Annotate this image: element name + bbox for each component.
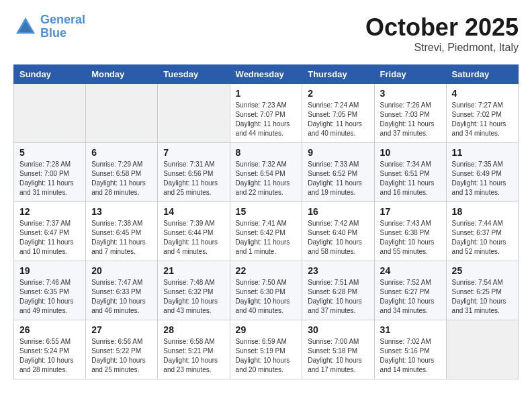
day-info: Sunrise: 7:44 AMSunset: 6:37 PMDaylight:… [452,219,513,257]
day-number: 21 [163,265,224,276]
day-number: 16 [308,206,368,217]
day-number: 26 [19,324,80,335]
day-info: Sunrise: 7:00 AMSunset: 5:18 PMDaylight:… [308,337,368,375]
day-number: 29 [236,324,297,335]
day-cell: 24Sunrise: 7:52 AMSunset: 6:27 PMDayligh… [374,261,446,320]
day-info: Sunrise: 7:54 AMSunset: 6:25 PMDaylight:… [452,278,513,316]
day-cell: 19Sunrise: 7:46 AMSunset: 6:35 PMDayligh… [14,261,86,320]
day-info: Sunrise: 7:31 AMSunset: 6:56 PMDaylight:… [163,160,224,197]
week-row-2: 5Sunrise: 7:28 AMSunset: 7:00 PMDaylight… [14,143,519,202]
day-number: 13 [91,206,152,217]
day-info: Sunrise: 7:23 AMSunset: 7:07 PMDaylight:… [236,101,297,138]
day-info: Sunrise: 7:26 AMSunset: 7:03 PMDaylight:… [380,101,441,138]
day-info: Sunrise: 6:55 AMSunset: 5:24 PMDaylight:… [19,337,80,375]
day-number: 4 [452,88,513,99]
day-cell: 21Sunrise: 7:48 AMSunset: 6:32 PMDayligh… [158,261,230,320]
day-number: 7 [163,147,224,158]
day-cell: 25Sunrise: 7:54 AMSunset: 6:25 PMDayligh… [446,261,518,320]
day-number: 2 [308,88,368,99]
calendar-table: SundayMondayTuesdayWednesdayThursdayFrid… [13,64,519,379]
day-info: Sunrise: 7:33 AMSunset: 6:52 PMDaylight:… [308,160,368,197]
day-number: 1 [236,88,297,99]
day-cell: 11Sunrise: 7:35 AMSunset: 6:49 PMDayligh… [446,143,518,202]
day-info: Sunrise: 7:42 AMSunset: 6:40 PMDaylight:… [308,219,368,257]
day-info: Sunrise: 7:34 AMSunset: 6:51 PMDaylight:… [380,160,441,197]
day-number: 24 [380,265,441,276]
day-info: Sunrise: 7:35 AMSunset: 6:49 PMDaylight:… [452,160,513,197]
day-cell [14,84,86,143]
day-info: Sunrise: 7:27 AMSunset: 7:02 PMDaylight:… [452,101,513,138]
day-cell: 4Sunrise: 7:27 AMSunset: 7:02 PMDaylight… [446,84,518,143]
weekday-header-saturday: Saturday [446,65,518,84]
day-info: Sunrise: 6:58 AMSunset: 5:21 PMDaylight:… [163,337,224,375]
day-info: Sunrise: 7:24 AMSunset: 7:05 PMDaylight:… [308,101,368,138]
day-cell: 3Sunrise: 7:26 AMSunset: 7:03 PMDaylight… [374,84,446,143]
weekday-header-wednesday: Wednesday [230,65,302,84]
weekday-header-row: SundayMondayTuesdayWednesdayThursdayFrid… [14,65,519,84]
weekday-header-thursday: Thursday [302,65,374,84]
day-cell: 5Sunrise: 7:28 AMSunset: 7:00 PMDaylight… [14,143,86,202]
day-cell: 12Sunrise: 7:37 AMSunset: 6:47 PMDayligh… [14,202,86,261]
day-number: 9 [308,147,368,158]
day-number: 8 [236,147,297,158]
day-info: Sunrise: 7:43 AMSunset: 6:38 PMDaylight:… [380,219,441,257]
day-cell: 15Sunrise: 7:41 AMSunset: 6:42 PMDayligh… [230,202,302,261]
day-number: 25 [452,265,513,276]
day-number: 23 [308,265,368,276]
day-cell [446,320,518,379]
day-info: Sunrise: 6:56 AMSunset: 5:22 PMDaylight:… [91,337,152,375]
day-number: 20 [91,265,152,276]
day-cell: 18Sunrise: 7:44 AMSunset: 6:37 PMDayligh… [446,202,518,261]
title-block: October 2025 Strevi, Piedmont, Italy [365,13,519,54]
day-cell: 23Sunrise: 7:51 AMSunset: 6:28 PMDayligh… [302,261,374,320]
day-info: Sunrise: 7:02 AMSunset: 5:16 PMDaylight:… [380,337,441,375]
day-cell: 26Sunrise: 6:55 AMSunset: 5:24 PMDayligh… [14,320,86,379]
page-header: General Blue October 2025 Strevi, Piedmo… [13,13,519,54]
day-info: Sunrise: 7:32 AMSunset: 6:54 PMDaylight:… [236,160,297,197]
day-number: 11 [452,147,513,158]
day-info: Sunrise: 7:51 AMSunset: 6:28 PMDaylight:… [308,278,368,316]
day-cell: 17Sunrise: 7:43 AMSunset: 6:38 PMDayligh… [374,202,446,261]
day-number: 15 [236,206,297,217]
day-cell: 31Sunrise: 7:02 AMSunset: 5:16 PMDayligh… [374,320,446,379]
weekday-header-monday: Monday [86,65,158,84]
day-cell: 30Sunrise: 7:00 AMSunset: 5:18 PMDayligh… [302,320,374,379]
day-info: Sunrise: 7:48 AMSunset: 6:32 PMDaylight:… [163,278,224,316]
day-cell: 1Sunrise: 7:23 AMSunset: 7:07 PMDaylight… [230,84,302,143]
day-number: 17 [380,206,441,217]
day-number: 30 [308,324,368,335]
day-number: 27 [91,324,152,335]
week-row-1: 1Sunrise: 7:23 AMSunset: 7:07 PMDaylight… [14,84,519,143]
day-cell: 14Sunrise: 7:39 AMSunset: 6:44 PMDayligh… [158,202,230,261]
day-info: Sunrise: 7:47 AMSunset: 6:33 PMDaylight:… [91,278,152,316]
day-number: 10 [380,147,441,158]
day-cell: 20Sunrise: 7:47 AMSunset: 6:33 PMDayligh… [86,261,158,320]
day-number: 14 [163,206,224,217]
day-cell: 16Sunrise: 7:42 AMSunset: 6:40 PMDayligh… [302,202,374,261]
day-cell: 2Sunrise: 7:24 AMSunset: 7:05 PMDaylight… [302,84,374,143]
logo-icon [13,15,38,39]
day-info: Sunrise: 7:38 AMSunset: 6:45 PMDaylight:… [91,219,152,257]
day-cell [158,84,230,143]
day-number: 12 [19,206,80,217]
day-number: 5 [19,147,80,158]
day-cell: 13Sunrise: 7:38 AMSunset: 6:45 PMDayligh… [86,202,158,261]
day-number: 6 [91,147,152,158]
day-number: 31 [380,324,441,335]
day-cell: 6Sunrise: 7:29 AMSunset: 6:58 PMDaylight… [86,143,158,202]
weekday-header-friday: Friday [374,65,446,84]
logo: General Blue [13,13,85,40]
weekday-header-tuesday: Tuesday [158,65,230,84]
day-info: Sunrise: 6:59 AMSunset: 5:19 PMDaylight:… [236,337,297,375]
day-cell: 8Sunrise: 7:32 AMSunset: 6:54 PMDaylight… [230,143,302,202]
day-cell: 22Sunrise: 7:50 AMSunset: 6:30 PMDayligh… [230,261,302,320]
day-info: Sunrise: 7:29 AMSunset: 6:58 PMDaylight:… [91,160,152,197]
day-cell: 29Sunrise: 6:59 AMSunset: 5:19 PMDayligh… [230,320,302,379]
day-info: Sunrise: 7:52 AMSunset: 6:27 PMDaylight:… [380,278,441,316]
day-number: 22 [236,265,297,276]
day-info: Sunrise: 7:39 AMSunset: 6:44 PMDaylight:… [163,219,224,257]
day-cell: 7Sunrise: 7:31 AMSunset: 6:56 PMDaylight… [158,143,230,202]
week-row-4: 19Sunrise: 7:46 AMSunset: 6:35 PMDayligh… [14,261,519,320]
day-cell: 9Sunrise: 7:33 AMSunset: 6:52 PMDaylight… [302,143,374,202]
day-info: Sunrise: 7:50 AMSunset: 6:30 PMDaylight:… [236,278,297,316]
